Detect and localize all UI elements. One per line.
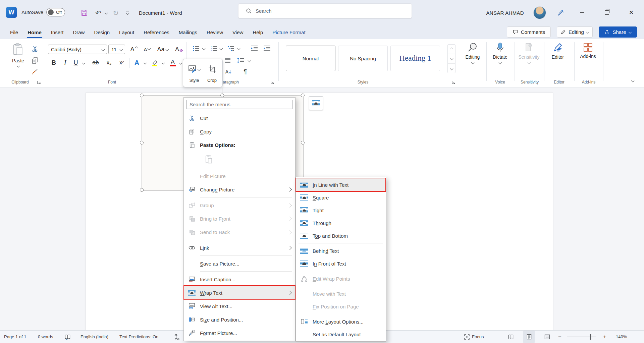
style-card-heading-1[interactable]: Heading 1 [390, 46, 440, 71]
underline-dropdown[interactable] [80, 58, 87, 68]
layout-options-button[interactable] [309, 96, 323, 110]
editing-button[interactable]: Editing [460, 42, 486, 75]
styles-scroll-up[interactable] [448, 45, 455, 54]
text-predictions-indicator[interactable]: Text Predictions: On [119, 331, 158, 343]
cut-button[interactable] [30, 44, 40, 54]
paragraph-dialog-launcher[interactable] [270, 80, 275, 85]
search-box[interactable]: Search [238, 3, 412, 18]
multilevel-list-button[interactable] [226, 44, 236, 53]
undo-dropdown[interactable] [103, 7, 109, 18]
text-effects-button[interactable]: A [131, 58, 142, 68]
menu-item-wrap-text[interactable]: Wrap Text [184, 286, 295, 299]
tab-picture-format[interactable]: Picture Format [268, 25, 310, 39]
crop-button[interactable] [205, 62, 219, 76]
underline-button[interactable]: U [71, 58, 80, 68]
editor-button[interactable]: Editor [545, 42, 571, 75]
proofing-status[interactable] [64, 331, 71, 343]
restore-button[interactable] [599, 5, 614, 20]
collapse-ribbon-button[interactable] [628, 76, 637, 84]
zoom-out-button[interactable]: − [558, 331, 561, 343]
menu-item-cut[interactable]: Cut [184, 111, 295, 125]
accessibility-checker[interactable] [173, 331, 180, 343]
print-layout-button[interactable] [523, 331, 535, 343]
submenu-item-tight[interactable]: Tight [296, 204, 386, 217]
copilot-pen-button[interactable] [553, 7, 567, 18]
submenu-item-in-line-with-text[interactable]: In Line with Text [296, 178, 386, 191]
tab-insert[interactable]: Insert [46, 25, 68, 39]
tab-references[interactable]: References [139, 25, 174, 39]
menu-item-copy[interactable]: Copy [184, 125, 295, 138]
tab-draw[interactable]: Draw [68, 25, 89, 39]
tab-view[interactable]: View [228, 25, 248, 39]
highlight-color-button[interactable] [150, 58, 160, 68]
strikethrough-button[interactable]: ab [90, 58, 101, 68]
word-count[interactable]: 0 words [38, 331, 53, 343]
font-size-combo[interactable]: 11 [108, 45, 125, 54]
comments-button[interactable]: Comments [507, 26, 551, 38]
bold-button[interactable]: B [49, 58, 59, 68]
close-button[interactable]: ✕ [624, 5, 639, 20]
decrease-indent-button[interactable] [249, 44, 260, 53]
justify-button[interactable] [223, 56, 233, 65]
menu-item-size-and-position[interactable]: Size and Position... [184, 313, 295, 326]
menu-item-view-alt-text[interactable]: View Alt Text... [184, 299, 295, 313]
zoom-level[interactable]: 140% [616, 331, 627, 343]
submenu-item-top-and-bottom[interactable]: Top and Bottom [296, 229, 386, 242]
submenu-item-in-front-of-text[interactable]: In Front of Text [296, 257, 386, 270]
line-spacing-button[interactable] [235, 56, 246, 65]
save-button[interactable] [79, 7, 89, 18]
paste-button[interactable]: Paste [10, 43, 26, 77]
selection-handle-middle-right[interactable] [301, 141, 305, 145]
subscript-button[interactable]: x₂ [103, 58, 115, 68]
web-layout-button[interactable] [541, 331, 553, 343]
zoom-slider-track[interactable] [567, 337, 596, 337]
styles-scroll-down[interactable] [448, 54, 455, 63]
page-indicator[interactable]: Page 1 of 1 [4, 331, 26, 343]
selection-handle-bottom-left[interactable] [140, 188, 144, 192]
picture-style-button[interactable] [186, 62, 202, 76]
menu-search-input[interactable] [186, 100, 292, 109]
bullets-dropdown[interactable] [201, 44, 206, 53]
menu-item-format-picture[interactable]: Format Picture... [184, 326, 295, 340]
dictate-button[interactable]: Dictate [487, 42, 513, 75]
sensitivity-button[interactable]: Sensitivity [516, 42, 542, 75]
copy-button[interactable] [30, 56, 40, 65]
selection-handle-top-middle[interactable] [220, 94, 224, 97]
user-avatar[interactable] [533, 6, 546, 19]
redo-button[interactable]: ↻ [111, 7, 121, 18]
change-case-button[interactable]: Aa [155, 45, 170, 54]
italic-button[interactable]: I [60, 58, 70, 68]
read-mode-button[interactable] [505, 331, 517, 343]
tab-design[interactable]: Design [89, 25, 114, 39]
undo-button[interactable]: ↶ [93, 7, 103, 18]
clear-formatting-button[interactable]: A [173, 45, 185, 54]
submenu-item-behind-text[interactable]: Behind Text [296, 244, 386, 257]
increase-indent-button[interactable] [262, 44, 272, 53]
word-logo-icon[interactable]: W [6, 7, 17, 18]
font-color-button[interactable]: A [168, 58, 178, 68]
text-effects-dropdown[interactable] [142, 58, 148, 68]
language-indicator[interactable]: English (India) [80, 331, 108, 343]
selection-handle-top-left[interactable] [140, 94, 144, 97]
share-button[interactable]: Share [599, 26, 637, 38]
style-card-no-spacing[interactable]: No Spacing [338, 46, 388, 71]
editing-mode-button[interactable]: Editing [557, 26, 593, 38]
customize-quick-access-button[interactable] [123, 7, 132, 18]
add-ins-button[interactable]: Add-ins [575, 42, 601, 75]
zoom-in-button[interactable]: + [603, 331, 606, 343]
selection-handle-middle-left[interactable] [140, 141, 144, 145]
font-color-dropdown[interactable] [178, 58, 183, 68]
menu-item-paste-option-keep-formatting[interactable] [184, 152, 295, 167]
tab-review[interactable]: Review [202, 25, 228, 39]
clipboard-dialog-launcher[interactable] [37, 80, 42, 85]
numbering-button[interactable]: 1 2 3 [209, 44, 219, 53]
highlight-dropdown[interactable] [160, 58, 166, 68]
tab-help[interactable]: Help [248, 25, 268, 39]
font-name-combo[interactable]: Calibri (Body) [48, 45, 107, 54]
menu-item-link[interactable]: Link [184, 241, 295, 254]
line-spacing-dropdown[interactable] [247, 56, 252, 65]
numbering-dropdown[interactable] [219, 44, 223, 53]
submenu-item-set-as-default-layout[interactable]: Set as Default Layout [296, 328, 386, 341]
menu-item-insert-caption[interactable]: Insert Caption... [184, 273, 295, 286]
shrink-font-button[interactable]: A [141, 45, 153, 54]
